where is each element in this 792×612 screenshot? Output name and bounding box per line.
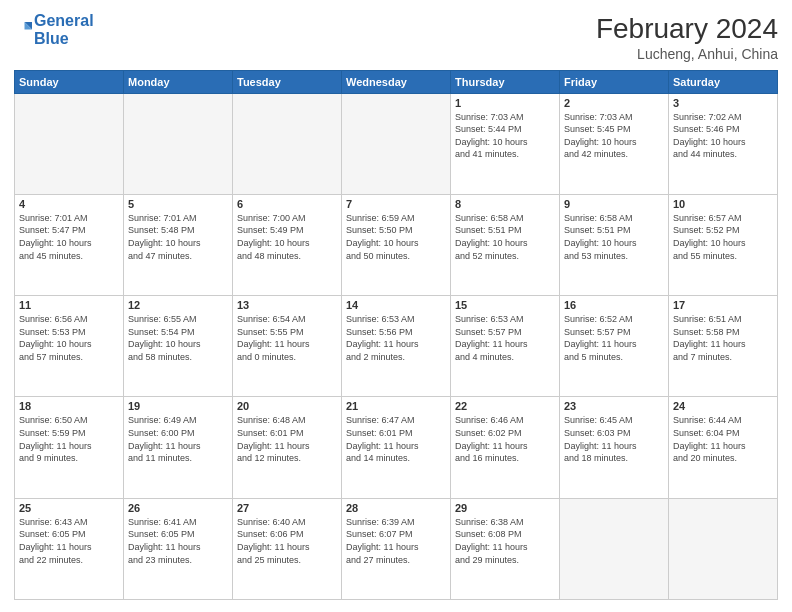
day-info: Sunrise: 6:50 AM Sunset: 5:59 PM Dayligh… [19,414,119,464]
day-number: 17 [673,299,773,311]
calendar-header-row: SundayMondayTuesdayWednesdayThursdayFrid… [15,70,778,93]
day-number: 15 [455,299,555,311]
day-number: 27 [237,502,337,514]
calendar-header-saturday: Saturday [669,70,778,93]
day-number: 13 [237,299,337,311]
day-info: Sunrise: 7:01 AM Sunset: 5:48 PM Dayligh… [128,212,228,262]
calendar-cell: 15Sunrise: 6:53 AM Sunset: 5:57 PM Dayli… [451,296,560,397]
day-info: Sunrise: 6:46 AM Sunset: 6:02 PM Dayligh… [455,414,555,464]
calendar-cell [15,93,124,194]
calendar-cell: 1Sunrise: 7:03 AM Sunset: 5:44 PM Daylig… [451,93,560,194]
day-info: Sunrise: 6:41 AM Sunset: 6:05 PM Dayligh… [128,516,228,566]
calendar-header-thursday: Thursday [451,70,560,93]
day-info: Sunrise: 7:01 AM Sunset: 5:47 PM Dayligh… [19,212,119,262]
logo: General Blue [14,12,94,47]
day-info: Sunrise: 6:58 AM Sunset: 5:51 PM Dayligh… [455,212,555,262]
day-number: 23 [564,400,664,412]
day-number: 12 [128,299,228,311]
calendar-cell [124,93,233,194]
day-number: 8 [455,198,555,210]
calendar-cell: 3Sunrise: 7:02 AM Sunset: 5:46 PM Daylig… [669,93,778,194]
day-info: Sunrise: 6:48 AM Sunset: 6:01 PM Dayligh… [237,414,337,464]
day-number: 7 [346,198,446,210]
day-info: Sunrise: 6:56 AM Sunset: 5:53 PM Dayligh… [19,313,119,363]
logo-text-line2: Blue [34,30,94,48]
calendar-cell: 14Sunrise: 6:53 AM Sunset: 5:56 PM Dayli… [342,296,451,397]
day-info: Sunrise: 6:53 AM Sunset: 5:57 PM Dayligh… [455,313,555,363]
day-number: 14 [346,299,446,311]
main-title: February 2024 [596,12,778,46]
day-info: Sunrise: 6:38 AM Sunset: 6:08 PM Dayligh… [455,516,555,566]
day-number: 1 [455,97,555,109]
calendar-cell: 16Sunrise: 6:52 AM Sunset: 5:57 PM Dayli… [560,296,669,397]
calendar-cell: 6Sunrise: 7:00 AM Sunset: 5:49 PM Daylig… [233,194,342,295]
calendar: SundayMondayTuesdayWednesdayThursdayFrid… [14,70,778,600]
calendar-cell: 24Sunrise: 6:44 AM Sunset: 6:04 PM Dayli… [669,397,778,498]
day-info: Sunrise: 6:53 AM Sunset: 5:56 PM Dayligh… [346,313,446,363]
day-info: Sunrise: 6:43 AM Sunset: 6:05 PM Dayligh… [19,516,119,566]
day-info: Sunrise: 6:49 AM Sunset: 6:00 PM Dayligh… [128,414,228,464]
calendar-body: 1Sunrise: 7:03 AM Sunset: 5:44 PM Daylig… [15,93,778,599]
calendar-cell [342,93,451,194]
day-info: Sunrise: 6:40 AM Sunset: 6:06 PM Dayligh… [237,516,337,566]
calendar-cell: 10Sunrise: 6:57 AM Sunset: 5:52 PM Dayli… [669,194,778,295]
calendar-cell: 21Sunrise: 6:47 AM Sunset: 6:01 PM Dayli… [342,397,451,498]
day-info: Sunrise: 6:59 AM Sunset: 5:50 PM Dayligh… [346,212,446,262]
calendar-cell: 20Sunrise: 6:48 AM Sunset: 6:01 PM Dayli… [233,397,342,498]
day-number: 22 [455,400,555,412]
day-number: 24 [673,400,773,412]
day-number: 29 [455,502,555,514]
day-number: 18 [19,400,119,412]
calendar-cell: 13Sunrise: 6:54 AM Sunset: 5:55 PM Dayli… [233,296,342,397]
day-info: Sunrise: 6:57 AM Sunset: 5:52 PM Dayligh… [673,212,773,262]
page: General Blue February 2024 Lucheng, Anhu… [0,0,792,612]
calendar-cell: 2Sunrise: 7:03 AM Sunset: 5:45 PM Daylig… [560,93,669,194]
calendar-week-3: 18Sunrise: 6:50 AM Sunset: 5:59 PM Dayli… [15,397,778,498]
day-number: 26 [128,502,228,514]
subtitle: Lucheng, Anhui, China [596,46,778,62]
calendar-cell: 27Sunrise: 6:40 AM Sunset: 6:06 PM Dayli… [233,498,342,599]
calendar-week-2: 11Sunrise: 6:56 AM Sunset: 5:53 PM Dayli… [15,296,778,397]
calendar-cell: 11Sunrise: 6:56 AM Sunset: 5:53 PM Dayli… [15,296,124,397]
day-number: 28 [346,502,446,514]
day-info: Sunrise: 7:03 AM Sunset: 5:44 PM Dayligh… [455,111,555,161]
calendar-cell: 8Sunrise: 6:58 AM Sunset: 5:51 PM Daylig… [451,194,560,295]
calendar-cell: 12Sunrise: 6:55 AM Sunset: 5:54 PM Dayli… [124,296,233,397]
day-info: Sunrise: 6:51 AM Sunset: 5:58 PM Dayligh… [673,313,773,363]
calendar-cell: 23Sunrise: 6:45 AM Sunset: 6:03 PM Dayli… [560,397,669,498]
calendar-cell: 28Sunrise: 6:39 AM Sunset: 6:07 PM Dayli… [342,498,451,599]
logo-text-line1: General [34,12,94,30]
calendar-header-wednesday: Wednesday [342,70,451,93]
day-number: 16 [564,299,664,311]
calendar-header-sunday: Sunday [15,70,124,93]
day-number: 10 [673,198,773,210]
calendar-week-1: 4Sunrise: 7:01 AM Sunset: 5:47 PM Daylig… [15,194,778,295]
day-number: 3 [673,97,773,109]
day-info: Sunrise: 6:52 AM Sunset: 5:57 PM Dayligh… [564,313,664,363]
calendar-header-monday: Monday [124,70,233,93]
title-block: February 2024 Lucheng, Anhui, China [596,12,778,62]
day-number: 21 [346,400,446,412]
day-number: 19 [128,400,228,412]
day-number: 25 [19,502,119,514]
header: General Blue February 2024 Lucheng, Anhu… [14,12,778,62]
calendar-cell: 7Sunrise: 6:59 AM Sunset: 5:50 PM Daylig… [342,194,451,295]
calendar-week-0: 1Sunrise: 7:03 AM Sunset: 5:44 PM Daylig… [15,93,778,194]
calendar-cell: 29Sunrise: 6:38 AM Sunset: 6:08 PM Dayli… [451,498,560,599]
calendar-cell: 18Sunrise: 6:50 AM Sunset: 5:59 PM Dayli… [15,397,124,498]
calendar-cell: 4Sunrise: 7:01 AM Sunset: 5:47 PM Daylig… [15,194,124,295]
day-number: 5 [128,198,228,210]
day-info: Sunrise: 6:55 AM Sunset: 5:54 PM Dayligh… [128,313,228,363]
logo-icon [14,19,32,37]
day-number: 9 [564,198,664,210]
calendar-cell: 9Sunrise: 6:58 AM Sunset: 5:51 PM Daylig… [560,194,669,295]
calendar-cell [669,498,778,599]
calendar-cell: 17Sunrise: 6:51 AM Sunset: 5:58 PM Dayli… [669,296,778,397]
day-info: Sunrise: 6:39 AM Sunset: 6:07 PM Dayligh… [346,516,446,566]
calendar-cell: 26Sunrise: 6:41 AM Sunset: 6:05 PM Dayli… [124,498,233,599]
calendar-header-tuesday: Tuesday [233,70,342,93]
calendar-cell: 22Sunrise: 6:46 AM Sunset: 6:02 PM Dayli… [451,397,560,498]
calendar-cell [560,498,669,599]
calendar-cell [233,93,342,194]
day-number: 4 [19,198,119,210]
